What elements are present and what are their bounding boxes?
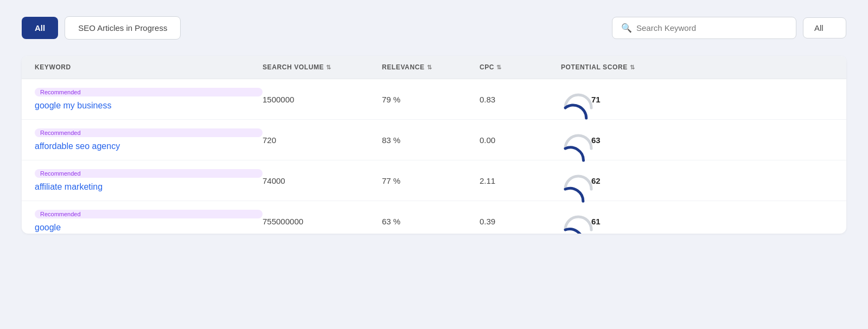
tab-seo-button[interactable]: SEO Articles in Progress — [65, 16, 181, 40]
filter-dropdown[interactable]: All — [803, 17, 846, 38]
keyword-text[interactable]: affordable seo agency — [35, 141, 263, 151]
row-section: Recommended affiliate marketing 74000 77… — [22, 160, 846, 201]
potential-score-cell: 62 — [561, 170, 833, 191]
keyword-cell: Recommended google — [35, 210, 263, 233]
cpc-cell: 0.00 — [480, 136, 561, 145]
table-body: Recommended google my business 1500000 7… — [22, 79, 846, 234]
table-row: Recommended google 755000000 63 % 0.39 6… — [22, 201, 846, 234]
table-row: Recommended affiliate marketing 74000 77… — [22, 160, 846, 201]
gauge-number: 71 — [591, 95, 601, 104]
top-bar: All SEO Articles in Progress 🔍 All — [22, 16, 846, 40]
recommended-badge: Recommended — [35, 88, 263, 96]
potential-score-cell: 63 — [561, 129, 833, 151]
search-volume-cell: 74000 — [263, 176, 382, 185]
relevance-cell: 79 % — [382, 95, 480, 104]
gauge-number: 62 — [591, 176, 601, 185]
col-keyword: KEYWORD — [35, 63, 263, 71]
tab-all-button[interactable]: All — [22, 17, 58, 39]
cpc-cell: 0.39 — [480, 217, 561, 226]
gauge-number: 61 — [591, 217, 601, 226]
search-volume-cell: 1500000 — [263, 95, 382, 104]
col-potential-score[interactable]: POTENTIAL SCORE ⇅ — [561, 63, 833, 71]
relevance-cell: 63 % — [382, 217, 480, 226]
gauge-svg — [561, 88, 596, 110]
keyword-cell: Recommended google my business — [35, 88, 263, 111]
col-cpc[interactable]: CPC ⇅ — [480, 63, 561, 71]
search-icon: 🔍 — [621, 23, 632, 33]
keyword-text[interactable]: affiliate marketing — [35, 182, 263, 192]
row-section: Recommended affordable seo agency 720 83… — [22, 120, 846, 160]
keyword-text[interactable]: google my business — [35, 101, 263, 111]
keyword-cell: Recommended affordable seo agency — [35, 128, 263, 151]
gauge-number: 63 — [591, 136, 601, 145]
cpc-cell: 2.11 — [480, 176, 561, 185]
relevance-cell: 83 % — [382, 136, 480, 145]
gauge-svg — [561, 170, 596, 191]
sort-potential-icon: ⇅ — [630, 64, 635, 71]
sort-relevance-icon: ⇅ — [427, 64, 432, 71]
table-row: Recommended affordable seo agency 720 83… — [22, 120, 846, 160]
search-box: 🔍 — [612, 17, 796, 39]
keyword-cell: Recommended affiliate marketing — [35, 169, 263, 192]
potential-score-cell: 61 — [561, 210, 833, 232]
gauge-svg — [561, 210, 596, 232]
potential-score-cell: 71 — [561, 88, 833, 110]
row-section: Recommended google my business 1500000 7… — [22, 79, 846, 119]
col-relevance[interactable]: RELEVANCE ⇅ — [382, 63, 480, 71]
recommended-badge: Recommended — [35, 210, 263, 218]
search-volume-cell: 755000000 — [263, 217, 382, 226]
keyword-table: KEYWORD SEARCH VOLUME ⇅ RELEVANCE ⇅ CPC … — [22, 56, 846, 234]
table-row: Recommended google my business 1500000 7… — [22, 79, 846, 120]
recommended-badge: Recommended — [35, 128, 263, 137]
search-volume-cell: 720 — [263, 136, 382, 145]
cpc-cell: 0.83 — [480, 95, 561, 104]
sort-search-volume-icon: ⇅ — [326, 64, 331, 71]
table-header: KEYWORD SEARCH VOLUME ⇅ RELEVANCE ⇅ CPC … — [22, 56, 846, 79]
gauge-svg — [561, 129, 596, 151]
relevance-cell: 77 % — [382, 176, 480, 185]
col-search-volume[interactable]: SEARCH VOLUME ⇅ — [263, 63, 382, 71]
search-input[interactable] — [636, 23, 787, 33]
recommended-badge: Recommended — [35, 169, 263, 178]
sort-cpc-icon: ⇅ — [496, 64, 502, 71]
keyword-text[interactable]: google — [35, 223, 263, 233]
row-section: Recommended google 755000000 63 % 0.39 6… — [22, 201, 846, 234]
